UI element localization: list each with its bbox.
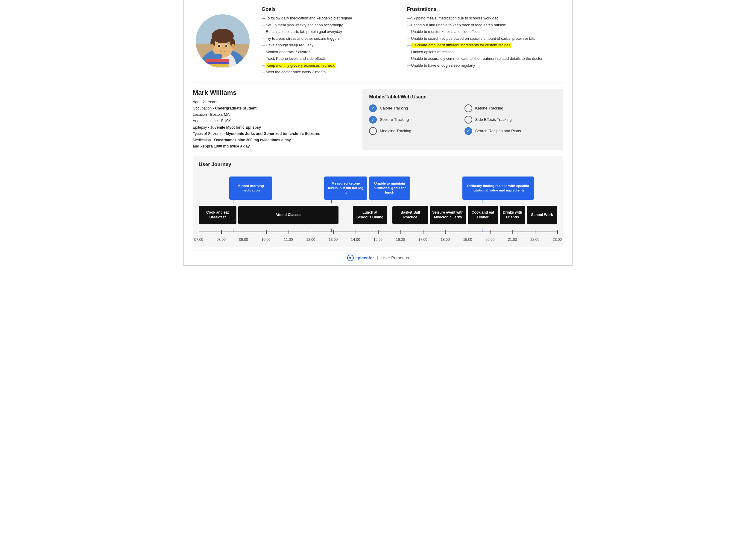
usage-label: Ketone Tracking [475,106,503,110]
timeline-tick [557,230,558,234]
checkbox-checked [369,116,377,123]
activity-box: Lunch at School's Dining [353,206,387,225]
usage-label: Side Effects Tracking [475,117,512,122]
usage-grid: Calorie TrackingKetone TrackingSeizure T… [369,104,557,135]
timeline-tick [535,230,535,234]
goal-item: Track Ketone levels and side effects [261,56,392,62]
pain-points-row: Missed morning medicationMeasured ketone… [199,176,557,203]
activity-box: Seizure event with Myoclonic Jerks [430,206,466,225]
frustration-item: Unable to monitor ketosis and side effec… [407,29,563,35]
timeline-tick [310,230,311,234]
time-label: 08:00 [217,237,226,242]
time-labels-row: 07:0008:0009:0010:0011:0012:0013:0014:00… [199,237,557,244]
goal-item: Have enough sleep regularly [261,43,392,48]
usage-item: Side Effects Tracking [465,116,557,123]
time-label: 23:00 [553,237,562,242]
timeline-tick [468,230,469,234]
timeline-tick [221,230,222,234]
timeline-line-row [199,228,557,237]
activity-box: Attend Classes [238,206,338,225]
time-label: 12:00 [306,237,315,242]
time-label: 13:00 [329,237,338,242]
usage-section: Mobile/Tablet/Web Usage Calorie Tracking… [363,89,563,150]
activity-box: Drinks with Friends [500,206,525,225]
profile-details: Age - 21 YearsOccupation - Undergraduate… [193,99,353,150]
frustration-item: Calculate amount of different ingredient… [407,43,563,48]
timeline-tick [333,230,334,234]
activity-box: Cook and eat Breakfast [199,206,236,225]
svg-point-15 [218,45,220,47]
timeline-tick [356,230,356,234]
profile-detail-row: Medication - Oxcarbamezipine 300 mg twic… [193,137,353,150]
time-label: 16:00 [396,237,405,242]
frustration-item: Skipping meals, medication due to school… [407,16,563,21]
avatar [196,14,250,68]
footer-page: User Personas [381,255,409,260]
profile-detail-row: Location - Boston, MA [193,112,353,118]
activities-row: Cook and eat BreakfastAttend ClassesLunc… [199,206,557,227]
epicenter-icon [347,254,354,261]
usage-item: Search Recipes and Plans [465,127,557,135]
goal-item: Set up meal plan weekly and shop accordi… [261,23,392,28]
activity-box: Basket Ball Practice [392,206,428,225]
timeline-tick [446,230,446,234]
time-label: 17:00 [418,237,427,242]
pain-point-connector [373,200,373,203]
timeline-tick [199,230,199,234]
checkbox-unchecked [369,127,377,135]
time-label: 10:00 [261,237,271,242]
profile-name: Mark Williams [193,89,353,97]
top-section: Goals To follow daily medication and ket… [193,6,563,83]
time-label: 19:00 [463,237,472,242]
profile-detail-row: Age - 21 Years [193,99,353,105]
footer-divider: | [377,255,378,260]
time-label: 07:00 [194,237,203,242]
activity-timeline-connector [482,228,482,231]
checkbox-unchecked [465,104,472,112]
activity-box: School Work [527,206,557,225]
time-label: 09:00 [239,237,248,242]
goal-item: Try to avoid stress and other seizure tr… [261,36,392,41]
time-label: 15:00 [373,237,383,242]
frustration-item: Limited options of recipes [407,50,563,55]
time-label: 22:00 [530,237,539,242]
profile-detail-row: Annual Income - $ 10K [193,118,353,124]
activity-box: Cook and eat Dinner [468,206,498,225]
timeline-tick [244,230,244,234]
time-label: 11:00 [284,237,293,242]
checkbox-checked [465,127,472,135]
timeline-tick [400,230,401,234]
profile-section: Mark Williams Age - 21 YearsOccupation -… [193,89,353,150]
page-wrapper: Goals To follow daily medication and ket… [183,0,573,266]
goals-section: Goals To follow daily medication and ket… [261,6,398,77]
timeline-tick [378,230,379,234]
profile-detail-row: Occupation - Undergraduate Student [193,105,353,112]
time-label: 14:00 [351,237,360,242]
goals-heading: Goals [261,6,392,12]
footer-brand: epicenter [356,255,374,260]
checkbox-checked [369,104,377,112]
frustration-item: Unable to have enough sleep regularly [407,63,563,68]
goal-item: To follow daily medication and ketogenic… [261,16,392,21]
footer-logo: epicenter [347,254,374,261]
timeline-tick [266,230,267,234]
frustration-item: Unable to search recipes based on specif… [407,36,563,41]
usage-item: Ketone Tracking [465,104,557,112]
avatar-area [193,6,253,77]
activity-timeline-connector [233,228,233,231]
usage-item: Calorie Tracking [369,104,461,112]
frustration-item: Unable to accurately communicate all the… [407,56,563,62]
usage-item: Seizure Tracking [369,116,461,123]
timeline-tick [423,230,423,234]
pain-point-connector [331,200,332,203]
frustration-item: Eating out and unable to keep track of f… [407,23,563,28]
frustrations-list: Skipping meals, medication due to school… [407,16,563,68]
profile-detail-row: Types of Seizures - Myoclonic Jerks and … [193,131,353,137]
pain-point-box: Difficulty finding recipes with specific… [462,176,534,200]
journey-heading: User Journey [199,162,557,168]
footer: epicenter | User Personas [193,250,563,265]
usage-label: Search Recipes and Plans [475,129,521,133]
timeline-tick [490,230,491,234]
timeline-container: Missed morning medicationMeasured ketone… [199,176,557,247]
goal-item: Meet the doctor once every 3 month [261,70,392,75]
